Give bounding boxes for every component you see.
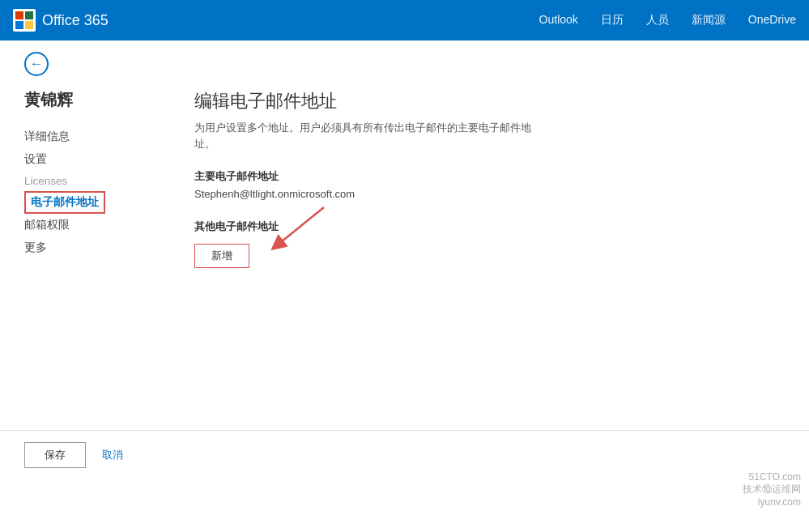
other-email-label: 其他电子邮件地址 <box>194 219 769 234</box>
back-button[interactable]: ← <box>24 52 49 76</box>
add-email-button[interactable]: 新增 <box>194 244 249 268</box>
svg-rect-3 <box>15 21 23 29</box>
office365-logo[interactable]: Office 365 <box>13 9 109 32</box>
main-content: 编辑电子邮件地址 为用户设置多个地址。用户必须具有所有传出电子邮件的主要电子邮件… <box>162 81 785 284</box>
nav-calendar[interactable]: 日历 <box>601 13 624 28</box>
nav-people[interactable]: 人员 <box>646 13 669 28</box>
nav-onedrive[interactable]: OneDrive <box>748 13 796 28</box>
topbar: Office 365 Outlook 日历 人员 新闻源 OneDrive <box>0 0 809 40</box>
primary-email-value: Stephenh@ltlight.onmicrosoft.com <box>194 188 769 200</box>
page-container: 黄锦辉 详细信息 设置 Licenses 电子邮件地址 邮箱权限 更多 编辑电子… <box>0 81 809 284</box>
add-button-container: 新增 <box>194 244 769 268</box>
bottom-bar: 保存 取消 <box>0 430 809 479</box>
office365-title: Office 365 <box>42 12 109 29</box>
top-navigation: Outlook 日历 人员 新闻源 OneDrive <box>539 13 796 28</box>
sidebar-item-email[interactable]: 电子邮件地址 <box>24 191 105 214</box>
svg-rect-4 <box>25 21 33 29</box>
nav-outlook[interactable]: Outlook <box>539 13 578 28</box>
office-logo-icon <box>13 9 36 32</box>
save-button[interactable]: 保存 <box>24 442 86 468</box>
sidebar-item-licenses[interactable]: Licenses <box>24 171 162 191</box>
sidebar-item-mailbox[interactable]: 邮箱权限 <box>24 214 162 236</box>
sidebar: 黄锦辉 详细信息 设置 Licenses 电子邮件地址 邮箱权限 更多 <box>24 81 162 284</box>
sidebar-item-settings[interactable]: 设置 <box>24 148 162 171</box>
sidebar-user-name: 黄锦辉 <box>24 89 162 111</box>
svg-rect-2 <box>25 11 33 19</box>
sidebar-item-more[interactable]: 更多 <box>24 236 162 259</box>
svg-rect-1 <box>15 11 23 19</box>
page-description: 为用户设置多个地址。用户必须具有所有传出电子邮件的主要电子邮件地址。 <box>194 120 534 151</box>
sidebar-item-details[interactable]: 详细信息 <box>24 126 162 148</box>
primary-email-label: 主要电子邮件地址 <box>194 169 769 184</box>
cancel-button[interactable]: 取消 <box>102 448 123 462</box>
back-circle-icon: ← <box>24 52 49 76</box>
page-title: 编辑电子邮件地址 <box>194 89 769 113</box>
sidebar-menu: 详细信息 设置 Licenses 电子邮件地址 邮箱权限 更多 <box>24 126 162 259</box>
nav-news[interactable]: 新闻源 <box>692 13 726 28</box>
